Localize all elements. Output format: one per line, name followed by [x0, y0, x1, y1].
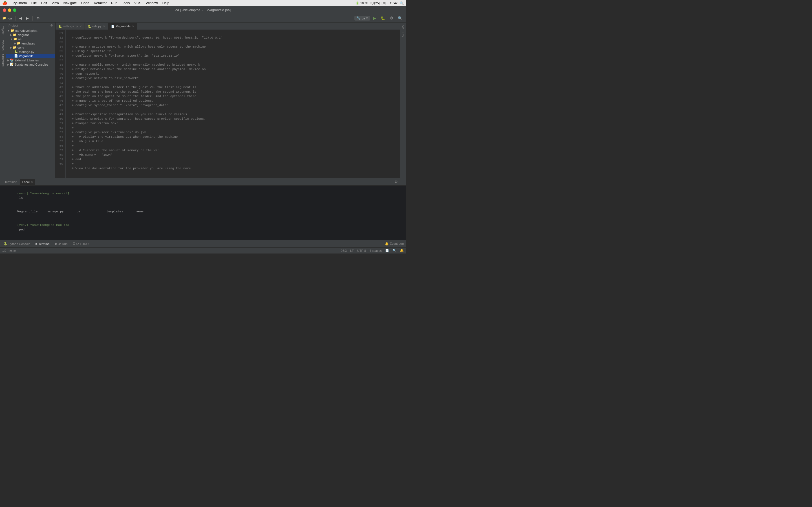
menu-code[interactable]: Code — [81, 1, 89, 5]
expand-arrow-ext: ▶ — [7, 59, 9, 62]
terminal-prompt-2: (venv) Yanweidong:oa mac-it$ — [17, 223, 69, 227]
terminal-line-4: /Users/mac-it/develop/oa — [2, 236, 404, 240]
tree-item-venv[interactable]: ▶ 📁 venv — [6, 45, 55, 50]
line-ending[interactable]: LF — [350, 249, 354, 252]
terminal-prompt-1: (venv) Yanweidong:oa mac-it$ — [17, 192, 69, 195]
tree-item-managepy[interactable]: 🐍 manage.py — [6, 50, 55, 54]
expand-arrow-scratches: ▶ — [7, 63, 9, 66]
folder-icon-templates: 📁 — [17, 41, 20, 45]
project-tool-icon[interactable]: Project — [1, 24, 5, 36]
project-icon: 📁 — [2, 16, 6, 20]
run-config-selector[interactable]: 🔧 oa ▾ — [354, 16, 370, 20]
tab-urls-py-close[interactable]: ✕ — [103, 25, 105, 28]
vagrantfile-icon: 📄 — [14, 54, 18, 58]
folder-icon-venv: 📁 — [13, 46, 17, 49]
menu-refactor[interactable]: Refactor — [94, 1, 107, 5]
tree-label-vagrant: .vagrant — [17, 33, 29, 37]
menu-vcs[interactable]: VCS — [134, 1, 141, 5]
event-log-btn[interactable]: 🔔 Event Log — [385, 242, 404, 245]
tab-urls-py[interactable]: 🐍 urls.py ✕ — [85, 23, 108, 30]
menubar-right: 🔋 100% 3月25日 周一 15:42 🔍 — [356, 1, 404, 5]
folder-icon-oa: 📁 — [13, 37, 17, 41]
scratches-icon: 📝 — [10, 62, 14, 66]
menu-pycharm[interactable]: PyCharm — [13, 1, 27, 5]
terminal-minimize-icon[interactable]: — — [400, 180, 404, 184]
tree-item-templates[interactable]: ▶ 📁 templates — [6, 41, 55, 45]
run-config-label: oa — [362, 17, 365, 20]
tree-label-ext-libs: External Libraries — [15, 59, 39, 62]
indent-setting[interactable]: 4 spaces — [369, 249, 382, 252]
inspect-icon[interactable]: 🔍 — [393, 249, 396, 252]
line-numbers: 3132333435 3637383940 4142434445 4647484… — [56, 30, 66, 178]
apple-menu[interactable]: 🍎 — [2, 1, 7, 5]
tree-item-ext-libs[interactable]: ▶ 📚 External Libraries — [6, 58, 55, 62]
todo-label: 6: TODO — [77, 242, 89, 245]
menu-file[interactable]: File — [31, 1, 37, 5]
terminal-label: Terminal — [39, 242, 50, 245]
settings-btn[interactable]: ⚙ — [35, 15, 41, 21]
tab-settings-py-close[interactable]: ✕ — [80, 25, 82, 28]
code-editor[interactable]: 3132333435 3637383940 4142434445 4647484… — [56, 30, 400, 178]
run-btn-4[interactable]: ▶ 4: Run — [54, 241, 69, 246]
maximize-button[interactable] — [13, 8, 16, 12]
settings-py-icon: 🐍 — [58, 25, 62, 28]
tree-item-oa[interactable]: ▼ 📁 oa — [6, 37, 55, 41]
tab-vagrantfile-close[interactable]: ✕ — [132, 25, 134, 28]
menu-window[interactable]: Window — [146, 1, 158, 5]
tree-item-vagrantfile[interactable]: 📄 Vagrantfile — [6, 54, 55, 58]
toolbar: 📁 oa ◀ ▶ ⚙ 🔧 oa ▾ ▶ 🐛 ⏱ 🔍 — [0, 14, 406, 22]
terminal-btn[interactable]: ▶ Terminal — [34, 241, 52, 246]
git-branch[interactable]: ⎇ master — [2, 249, 16, 252]
minimize-button[interactable] — [8, 8, 11, 12]
database-icon[interactable]: DB — [401, 31, 405, 38]
encoding[interactable]: UTF-8 — [357, 249, 366, 252]
terminal-line-3: (venv) Yanweidong:oa mac-it$ pwd — [2, 218, 404, 236]
terminal-content[interactable]: (venv) Yanweidong:oa mac-it$ ls Vagrantf… — [0, 186, 406, 240]
menu-navigate[interactable]: Navigate — [63, 1, 77, 5]
terminal-tab-local[interactable]: Local ✕ — [20, 179, 35, 185]
terminal-local-close[interactable]: ✕ — [31, 180, 33, 183]
navigate-forward-btn[interactable]: ▶ — [24, 15, 30, 21]
tab-settings-py[interactable]: 🐍 settings.py ✕ — [56, 23, 85, 30]
project-sidebar: Project ⚙ ▼ 📁 oa ~/develop/oa ▶ 📁 .vagra… — [6, 22, 56, 178]
tree-item-oa-root[interactable]: ▼ 📁 oa ~/develop/oa — [6, 29, 55, 33]
tabs-bar: 🐍 settings.py ✕ 🐍 urls.py ✕ 📄 Vagrantfil… — [56, 22, 400, 30]
search-icon[interactable]: 🔍 — [400, 1, 404, 5]
run-btn[interactable]: ▶ — [372, 15, 377, 21]
bottom-toolbar: 🐍 Python Console ▶ Terminal ▶ 4: Run ☰ 6… — [0, 240, 406, 247]
terminal-cmd-2: pwd — [17, 228, 24, 231]
clock: 3月25日 周一 15:42 — [370, 1, 398, 5]
terminal-add-tab-btn[interactable]: + — [36, 180, 38, 184]
close-button[interactable] — [3, 8, 6, 12]
terminal-local-label: Local — [22, 180, 30, 184]
tree-item-scratches[interactable]: ▶ 📝 Scratches and Consoles — [6, 62, 55, 66]
cursor-position: 26:3 — [341, 249, 347, 252]
scm-icon[interactable]: SV — [401, 24, 405, 30]
search-everywhere-btn[interactable]: 🔍 — [396, 15, 404, 21]
window-title: oa [~/develop/oa] - .../Vagrantfile [oa] — [175, 8, 231, 12]
ext-libs-icon: 📚 — [10, 58, 14, 62]
profile-btn[interactable]: ⏱ — [388, 15, 395, 21]
structure-icon[interactable]: Structure — [1, 53, 5, 68]
code-content[interactable]: # config.vm.network "forwarded_port", gu… — [66, 30, 400, 178]
terminal-tabs-bar: Terminal: Local ✕ + ⚙ — — [0, 178, 406, 186]
tab-vagrantfile[interactable]: 📄 Vagrantfile ✕ — [108, 23, 137, 30]
todo-btn[interactable]: ☰ 6: TODO — [71, 241, 90, 246]
notifications-icon[interactable]: 🔔 — [400, 249, 404, 252]
favorites-icon[interactable]: Favorites — [1, 37, 5, 52]
python-console-btn[interactable]: 🐍 Python Console — [2, 241, 32, 246]
status-bar: ⎇ master 26:3 LF UTF-8 4 spaces 📄 🔍 🔔 — [0, 247, 406, 253]
menu-edit[interactable]: Edit — [41, 1, 47, 5]
run-label-4: 4: Run — [58, 242, 67, 245]
sidebar-settings-icon[interactable]: ⚙ — [50, 24, 53, 27]
menu-view[interactable]: View — [52, 1, 59, 5]
tree-item-vagrant[interactable]: ▶ 📁 .vagrant — [6, 33, 55, 37]
menu-tools[interactable]: Tools — [122, 1, 130, 5]
navigate-back-btn[interactable]: ◀ — [18, 15, 23, 21]
terminal-settings-icon[interactable]: ⚙ — [395, 180, 398, 184]
debug-btn[interactable]: 🐛 — [379, 15, 387, 21]
menu-help[interactable]: Help — [162, 1, 169, 5]
run-config-dropdown-icon: ▾ — [366, 16, 368, 20]
expand-arrow-oa: ▼ — [7, 29, 10, 32]
menu-run[interactable]: Run — [111, 1, 117, 5]
